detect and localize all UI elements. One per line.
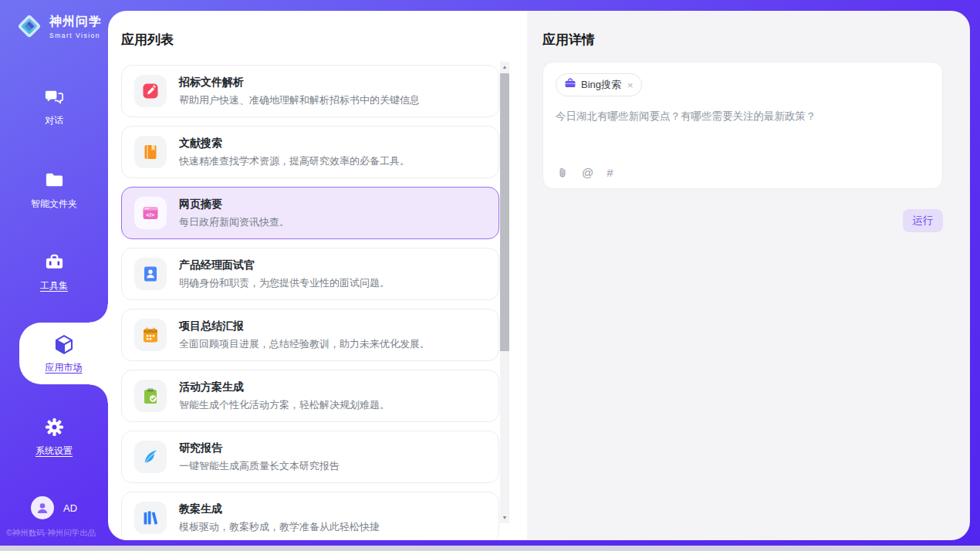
app-list-item[interactable]: 教案生成模板驱动，教案秒成，教学准备从此轻松快捷 — [121, 492, 499, 540]
app-item-name: 项目总结汇报 — [179, 319, 430, 333]
copyright-text: ©神州数码·神州问学出品 — [6, 528, 96, 539]
app-item-name: 活动方案生成 — [179, 380, 390, 394]
pen-square-icon — [134, 75, 167, 107]
app-item-text: 招标文件解析帮助用户快速、准确地理解和解析招标书中的关键信息 — [179, 76, 420, 107]
app-list-item[interactable]: 产品经理面试官明确身份和职责，为您提供专业性的面试问题。 — [121, 248, 499, 300]
app-item-name: 文献搜索 — [179, 137, 410, 150]
sidebar-item-4[interactable]: 应用市场 — [19, 323, 108, 384]
diamond-logo-icon — [15, 12, 43, 40]
app-item-text: 文献搜索快速精准查找学术资源，提高研究效率的必备工具。 — [179, 137, 410, 168]
brand-subtitle: Smart Vision — [49, 32, 102, 39]
app-item-text: 产品经理面试官明确身份和职责，为您提供专业性的面试问题。 — [179, 259, 390, 290]
sidebar-item-label: 应用市场 — [46, 361, 83, 374]
calendar-icon — [134, 319, 167, 351]
prompt-toolbar: @# — [556, 166, 613, 179]
sidebar-item-3[interactable]: 工具集 — [0, 252, 108, 292]
brand-logo: 神州问学 Smart Vision — [15, 12, 102, 40]
scroll-up-icon[interactable]: ▲ — [500, 62, 509, 73]
at-icon[interactable]: @ — [582, 166, 593, 179]
browser-code-icon: </> — [134, 197, 167, 229]
app-item-description: 明确身份和职责，为您提供专业性的面试问题。 — [179, 276, 390, 290]
app-item-description: 帮助用户快速、准确地理解和解析招标书中的关键信息 — [179, 93, 420, 107]
app-item-text: 活动方案生成智能生成个性化活动方案，轻松解决规划难题。 — [179, 380, 390, 412]
svg-text:</>: </> — [146, 211, 154, 218]
prompt-card: Bing搜索 × 今日湖北有哪些新闻要点？有哪些需要关注的最新政策？ @# — [542, 62, 943, 189]
bottom-edge — [0, 546, 980, 551]
app-list-item[interactable]: 研究报告一键智能生成高质量长文本研究报告 — [121, 431, 499, 483]
brand-text: 神州问学 Smart Vision — [49, 14, 102, 39]
avatar[interactable] — [31, 496, 54, 519]
sidebar: 神州问学 Smart Vision 对话智能文件夹工具集应用市场系统设置 AD … — [0, 0, 108, 546]
prompt-input[interactable]: 今日湖北有哪些新闻要点？有哪些需要关注的最新政策？ — [556, 110, 930, 123]
app-list-item[interactable]: 文献搜索快速精准查找学术资源，提高研究效率的必备工具。 — [121, 126, 499, 178]
app-list-item[interactable]: 活动方案生成智能生成个性化活动方案，轻松解决规划难题。 — [121, 370, 499, 422]
chat-icon — [44, 86, 65, 107]
app-item-description: 智能生成个性化活动方案，轻松解决规划难题。 — [179, 398, 390, 412]
app-item-name: 招标文件解析 — [179, 76, 420, 90]
scroll-down-icon[interactable]: ▼ — [500, 512, 509, 523]
quill-icon — [134, 441, 167, 473]
user-name: AD — [63, 502, 77, 514]
app-item-name: 网页摘要 — [179, 198, 289, 211]
app-list-title: 应用列表 — [121, 31, 174, 49]
folder-icon — [44, 170, 65, 191]
briefcase-icon — [564, 77, 576, 93]
sidebar-item-5[interactable]: 系统设置 — [0, 417, 108, 458]
sidebar-item-label: 系统设置 — [35, 445, 73, 458]
toolbox-icon — [44, 252, 65, 272]
app-list-item[interactable]: 招标文件解析帮助用户快速、准确地理解和解析招标书中的关键信息 — [121, 65, 499, 117]
app-item-description: 快速精准查找学术资源，提高研究效率的必备工具。 — [179, 154, 410, 168]
brand-name: 神州问学 — [49, 14, 102, 30]
chip-close-icon[interactable]: × — [627, 79, 634, 91]
app-detail-panel: 应用详情 Bing搜索 × 今日湖北有哪些新闻要点？有哪些需要关注的最新政策？ … — [527, 11, 970, 540]
sidebar-item-label: 工具集 — [40, 279, 68, 292]
clipboard-check-icon — [134, 380, 167, 412]
app-list: 招标文件解析帮助用户快速、准确地理解和解析招标书中的关键信息文献搜索快速精准查找… — [121, 65, 499, 540]
app-list-item[interactable]: </>网页摘要每日政府新闻资讯快查。 — [121, 187, 499, 239]
app-list-item[interactable]: 项目总结汇报全面回顾项目进展，总结经验教训，助力未来优化发展。 — [121, 309, 499, 361]
app-detail-title: 应用详情 — [542, 31, 595, 49]
app-item-name: 教案生成 — [179, 502, 380, 516]
user-profile[interactable]: AD — [0, 496, 108, 519]
app-item-text: 项目总结汇报全面回顾项目进展，总结经验教训，助力未来优化发展。 — [179, 319, 430, 351]
run-button[interactable]: 运行 — [903, 209, 943, 232]
sidebar-item-1[interactable]: 对话 — [0, 86, 108, 127]
app-item-text: 教案生成模板驱动，教案秒成，教学准备从此轻松快捷 — [179, 502, 380, 534]
app-item-text: 网页摘要每日政府新闻资讯快查。 — [179, 198, 289, 229]
books-icon — [134, 502, 167, 534]
app-item-name: 研究报告 — [179, 441, 340, 455]
sidebar-item-label: 智能文件夹 — [31, 198, 77, 211]
tool-chip[interactable]: Bing搜索 × — [556, 73, 642, 96]
hash-icon[interactable]: # — [607, 166, 613, 179]
paperclip-icon[interactable] — [556, 167, 569, 179]
interview-icon — [134, 258, 167, 290]
sidebar-item-label: 对话 — [45, 114, 63, 127]
app-item-description: 一键智能生成高质量长文本研究报告 — [179, 459, 340, 473]
scrollbar[interactable]: ▲ ▼ — [500, 62, 509, 523]
book-icon — [134, 136, 167, 168]
app-item-text: 研究报告一键智能生成高质量长文本研究报告 — [179, 441, 340, 473]
gear-icon — [44, 417, 65, 438]
app-item-name: 产品经理面试官 — [179, 259, 390, 272]
sidebar-item-2[interactable]: 智能文件夹 — [0, 170, 108, 211]
app-item-description: 每日政府新闻资讯快查。 — [179, 215, 289, 229]
app-item-description: 全面回顾项目进展，总结经验教训，助力未来优化发展。 — [179, 337, 430, 351]
cube-icon — [52, 333, 76, 357]
app-item-description: 模板驱动，教案秒成，教学准备从此轻松快捷 — [179, 520, 380, 534]
main-content: 应用列表 招标文件解析帮助用户快速、准确地理解和解析招标书中的关键信息文献搜索快… — [108, 11, 970, 540]
tool-chip-label: Bing搜索 — [581, 78, 621, 92]
app-list-panel: 应用列表 招标文件解析帮助用户快速、准确地理解和解析招标书中的关键信息文献搜索快… — [108, 11, 527, 540]
scrollbar-thumb[interactable] — [500, 73, 509, 351]
